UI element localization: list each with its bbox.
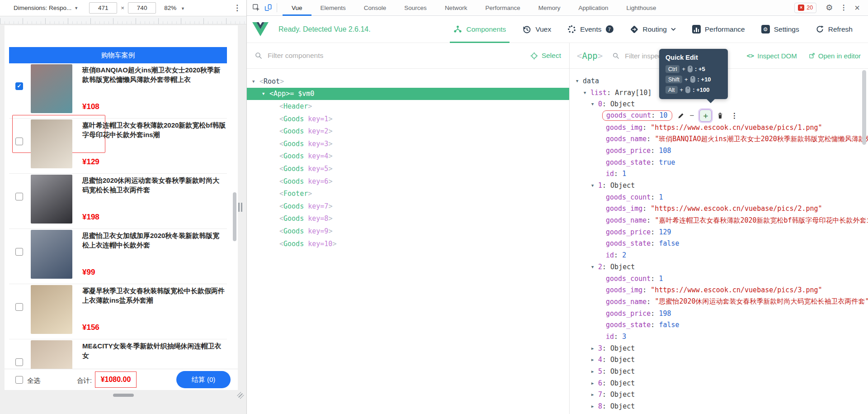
tree-node-header[interactable]: <Header> [247,100,569,113]
state-row-goods_price[interactable]: goods_price: 108 [570,145,868,157]
state-row-goods_img[interactable]: goods_img: "https://www.escook.cn/vuebas… [570,122,868,133]
item-checkbox[interactable] [15,193,23,200]
devtools-tab-application[interactable]: Application [569,0,617,16]
vue-nav-refresh[interactable]: Refresh [807,16,861,43]
vue-nav-performance[interactable]: Performance [684,16,753,43]
tree-node-goods-key5[interactable]: <Goods key=5> [247,162,569,175]
tree-node-goods-key10[interactable]: <Goods key=10> [247,238,569,250]
state-row-id[interactable]: id: 1 [570,168,868,180]
devtools-tab-console[interactable]: Console [355,0,396,16]
edit-value-icon[interactable] [678,113,684,119]
select-all-checkbox[interactable] [15,376,23,384]
item-checkbox[interactable] [15,138,23,145]
state-row-2[interactable]: ▼2: Object [570,261,868,273]
state-row-1[interactable]: ▼1: Object [570,180,868,191]
devtools-tab-sources[interactable]: Sources [395,0,436,16]
tree-node-goods-key3[interactable]: <Goods key=3> [247,138,569,150]
page-scrollbar[interactable] [233,192,236,241]
tree-node-footer[interactable]: <Footer> [247,187,569,200]
filter-components-input[interactable]: Filter components [268,52,530,60]
viewport-resize-handle[interactable] [113,394,134,397]
tree-node-goods-key9[interactable]: <Goods key=9> [247,225,569,238]
increment-button[interactable]: + [699,109,712,122]
devtools-menu-icon[interactable]: ⋮ [840,4,847,11]
state-row-id[interactable]: id: 3 [570,331,868,343]
app-header: 购物车案例 [9,47,227,63]
tree-node-goods-key4[interactable]: <Goods key=4> [247,150,569,163]
open-in-editor-button[interactable]: Open in editor [809,52,861,60]
devtools-tab-performance[interactable]: Performance [476,0,529,16]
state-row-3[interactable]: ▶3: Object [570,343,868,354]
more-options-icon[interactable]: ⋮ [731,111,738,120]
zoom-dropdown[interactable]: 82% ▼ [164,5,185,11]
state-row-goods_count[interactable]: goods_count: 1 [570,191,868,203]
select-all-label[interactable]: 全选 [27,376,40,385]
toggle-device-toolbar-icon[interactable] [263,3,273,13]
product-price: ¥156 [82,323,99,332]
devtools-divider-grip[interactable] [238,203,242,212]
state-row-goods_price[interactable]: goods_price: 198 [570,308,868,319]
state-row-goods_count[interactable]: goods_count: 10−+⋮ [570,110,868,122]
devtools-tab-elements[interactable]: Elements [311,0,355,16]
state-row-goods_name[interactable]: goods_name: "班俏BANQIAO超火ins潮卫衣女士2020秋季新款… [570,133,868,145]
inspect-element-icon[interactable] [251,3,261,13]
state-row-goods_state[interactable]: goods_state: false [570,319,868,331]
state-row-5[interactable]: ▶5: Object [570,366,868,377]
select-component-button[interactable]: Select [530,52,561,60]
state-row-goods_price[interactable]: goods_price: 129 [570,226,868,238]
error-count-badge[interactable]: × 20 [794,3,816,13]
dimensions-dropdown[interactable]: Dimensions: Respo... [14,5,71,11]
inspect-dom-button[interactable]: <> Inspect DOM [746,52,797,60]
tree-node-goods-key6[interactable]: <Goods key=6> [247,175,569,188]
tree-node-goods-key2[interactable]: <Goods key=2> [247,125,569,138]
cart-item: 思蜜怡2020休闲运动套装女春秋季新款时尚大码宽松长袖卫衣两件套¥198 [9,174,227,229]
state-row-goods_state[interactable]: goods_state: false [570,238,868,250]
state-row-8[interactable]: ▶8: Object [570,400,868,412]
cart-item-list: ✓班俏BANQIAO超火ins潮卫衣女士2020秋季新款韩版宽松慵懒风薄款外套带… [9,63,227,390]
tree-node-goods-key7[interactable]: <Goods key=7> [247,200,569,213]
trash-icon[interactable] [717,112,723,119]
state-row-4[interactable]: ▶4: Object [570,354,868,366]
item-checkbox[interactable]: ✓ [15,82,23,90]
item-checkbox[interactable] [15,358,23,366]
cart-footer: 全选 合计: ¥1080.00 结算 (0) [5,369,238,390]
settings-icon: ⚙ [761,25,770,33]
viewport-height-input[interactable] [128,2,156,14]
state-row-id[interactable]: id: 2 [570,249,868,261]
item-checkbox[interactable] [15,248,23,256]
tree-node-goods-key1[interactable]: <Goods key=1> [247,113,569,125]
chevron-down-icon [671,28,676,31]
state-row-goods_count[interactable]: goods_count: 1 [570,273,868,285]
checkout-button[interactable]: 结算 (0) [176,371,231,388]
tree-node-goods-key8[interactable]: <Goods key=8> [247,213,569,225]
state-row-goods_name[interactable]: goods_name: "思蜜怡2020休闲运动套装女春秋季新款时尚大码宽松长袖… [570,296,868,308]
component-inspector-panel: <App> Filter inspected component <> Insp… [570,43,868,414]
devtools-tab-network[interactable]: Network [436,0,476,16]
vue-nav-components[interactable]: Components [445,16,514,43]
state-row-goods_name[interactable]: goods_name: "嘉叶希连帽卫衣女春秋薄款2020新款宽松bf韩版字母印… [570,214,868,226]
state-row-7[interactable]: ▶7: Object [570,389,868,401]
vue-nav-events[interactable]: Events7 [559,16,621,43]
state-row-goods_img[interactable]: goods_img: "https://www.escook.cn/vuebas… [570,203,868,215]
component-tree: ▼<Root>▼<App> = $vm0<Header><Goods key=1… [247,69,569,414]
events-count-badge: 7 [606,25,613,33]
devtools-tab-vue[interactable]: Vue [283,0,311,16]
vue-nav-settings[interactable]: ⚙Settings [753,16,807,43]
device-toolbar-menu-icon[interactable]: ⋮ [233,3,241,13]
devtools-settings-icon[interactable]: ⚙ [826,4,833,12]
state-row-goods_state[interactable]: goods_state: true [570,157,868,168]
tree-node-app[interactable]: ▼<App> = $vm0 [247,88,569,100]
devtools-close-icon[interactable]: × [854,3,860,12]
item-checkbox[interactable] [15,303,23,311]
inspector-scrollbar[interactable] [862,70,866,145]
state-row-goods_img[interactable]: goods_img: "https://www.escook.cn/vuebas… [570,284,868,296]
state-row-6[interactable]: ▶6: Object [570,377,868,389]
viewport-width-input[interactable] [89,2,117,14]
vue-nav-vuex[interactable]: Vuex [514,16,559,43]
devtools-tab-lighthouse[interactable]: Lighthouse [618,0,665,16]
decrement-icon[interactable]: − [689,111,694,120]
devtools-tab-memory[interactable]: Memory [529,0,570,16]
vue-nav-routing[interactable]: Routing [622,16,684,43]
state-row-0[interactable]: ▼0: Object [570,98,868,110]
tree-node-root[interactable]: ▼<Root> [247,75,569,88]
